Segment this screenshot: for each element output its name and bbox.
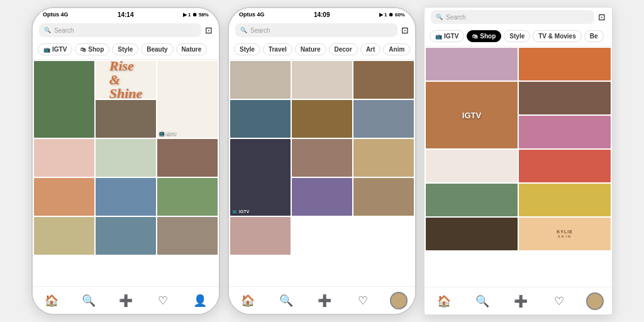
photo-1-2[interactable]: Rise&Shine bbox=[96, 61, 156, 99]
photo-2-7[interactable]: 📺IGTV bbox=[230, 139, 291, 216]
photo-1-13[interactable] bbox=[157, 217, 218, 255]
photo-1-8[interactable] bbox=[34, 178, 94, 216]
photo-3-2[interactable] bbox=[519, 48, 611, 80]
photo-1-9[interactable] bbox=[96, 178, 156, 216]
category-tabs-1: 📺IGTV 🛍Shop Style Beauty Nature bbox=[33, 40, 219, 60]
tab-tvmovies-3[interactable]: TV & Movies bbox=[533, 30, 581, 42]
photo-3-8[interactable] bbox=[519, 184, 611, 216]
category-tabs-2: Style Travel Nature Decor Art Anim bbox=[229, 40, 415, 60]
tab-shop-3[interactable]: 🛍Shop bbox=[467, 30, 501, 42]
nav-home-2[interactable]: 🏠 bbox=[236, 289, 259, 312]
tab-art-2[interactable]: Art bbox=[360, 43, 380, 55]
search-bar-2: 🔍 Search ⊡ bbox=[229, 21, 415, 40]
nav-profile-2[interactable] bbox=[390, 292, 408, 309]
carrier-2: Optus 4G bbox=[239, 11, 265, 18]
nav-search-1[interactable]: 🔍 bbox=[77, 289, 100, 312]
search-placeholder-3: Search bbox=[446, 14, 466, 21]
bottom-nav-1: 🏠 🔍 ➕ ♡ 👤 bbox=[33, 286, 219, 314]
search-bar-1: 🔍 Search ⊡ bbox=[33, 21, 219, 40]
search-placeholder-1: Search bbox=[54, 27, 74, 34]
scan-icon-1[interactable]: ⊡ bbox=[205, 25, 213, 35]
photo-grid-3: IGTV KYLIE SKIN bbox=[425, 47, 612, 252]
tab-beauty-1[interactable]: Beauty bbox=[141, 43, 173, 55]
photo-2-11[interactable] bbox=[353, 178, 414, 216]
photo-3-1[interactable] bbox=[426, 48, 518, 80]
photo-2-8[interactable] bbox=[292, 139, 352, 177]
search-placeholder-2: Search bbox=[250, 27, 270, 34]
photo-2-9[interactable] bbox=[353, 139, 414, 177]
photo-1-12[interactable] bbox=[96, 217, 156, 255]
scan-icon-3[interactable]: ⊡ bbox=[598, 12, 606, 22]
scan-icon-2[interactable]: ⊡ bbox=[401, 25, 409, 35]
photo-2-12[interactable] bbox=[230, 217, 291, 255]
content-area-1: Rise&Shine 📺IGTV bbox=[33, 60, 219, 286]
photo-3-3[interactable] bbox=[519, 82, 611, 114]
nav-home-1[interactable]: 🏠 bbox=[40, 289, 63, 312]
status-bar-2: Optus 4G 14:09 ▶ 1 ⏺ 60% bbox=[229, 8, 415, 21]
tab-igtv-1[interactable]: 📺IGTV bbox=[38, 43, 72, 55]
content-area-3: IGTV KYLIE SKIN bbox=[425, 47, 612, 287]
tab-anim-2[interactable]: Anim bbox=[383, 43, 410, 55]
photo-3-7[interactable] bbox=[426, 184, 518, 216]
nav-like-3[interactable]: ♡ bbox=[548, 290, 570, 313]
nav-profile-3[interactable] bbox=[586, 292, 604, 310]
search-area-2[interactable]: 🔍 Search bbox=[235, 23, 397, 37]
photo-2-5[interactable] bbox=[292, 100, 352, 138]
photo-3-5[interactable] bbox=[426, 150, 518, 182]
photo-1-10[interactable] bbox=[157, 178, 218, 216]
photo-3-kylie[interactable]: KYLIE SKIN bbox=[519, 218, 611, 250]
photo-2-3[interactable] bbox=[353, 61, 414, 99]
nav-like-1[interactable]: ♡ bbox=[152, 289, 174, 312]
photo-1-11[interactable] bbox=[34, 217, 94, 255]
tab-decor-2[interactable]: Decor bbox=[329, 43, 358, 55]
nav-search-2[interactable]: 🔍 bbox=[275, 289, 297, 312]
nav-add-3[interactable]: ➕ bbox=[509, 290, 532, 313]
nav-search-3[interactable]: 🔍 bbox=[471, 290, 494, 313]
photo-3-6[interactable] bbox=[519, 150, 611, 182]
photo-1-5[interactable] bbox=[34, 139, 94, 177]
photo-1-6[interactable] bbox=[96, 139, 156, 177]
photo-2-6[interactable] bbox=[353, 100, 414, 138]
igtv-label-1: 📺IGTV bbox=[159, 131, 176, 136]
category-tabs-3: 📺IGTV 🛍Shop Style TV & Movies Be bbox=[425, 26, 612, 47]
search-area-1[interactable]: 🔍 Search bbox=[39, 23, 201, 37]
battery-1: ▶ 1 ⏺ 58% bbox=[183, 12, 209, 18]
nav-like-2[interactable]: ♡ bbox=[352, 289, 374, 312]
photo-3-9[interactable] bbox=[426, 218, 518, 250]
photo-1-7[interactable] bbox=[157, 139, 218, 177]
igtv-label-2: 📺IGTV bbox=[232, 209, 249, 214]
nav-add-2[interactable]: ➕ bbox=[313, 289, 336, 312]
photo-2-10[interactable] bbox=[292, 178, 352, 216]
photo-2-4[interactable] bbox=[230, 100, 291, 138]
content-area-2: 📺IGTV bbox=[229, 60, 415, 286]
tab-style-1[interactable]: Style bbox=[112, 43, 138, 55]
tab-nature-2[interactable]: Nature bbox=[295, 43, 326, 55]
tab-style-2[interactable]: Style bbox=[234, 43, 260, 55]
bottom-nav-3: 🏠 🔍 ➕ ♡ bbox=[425, 287, 612, 314]
tab-shop-1[interactable]: 🛍Shop bbox=[75, 43, 109, 55]
time-1: 14:14 bbox=[118, 11, 134, 18]
photo-3-4[interactable] bbox=[519, 116, 611, 148]
photo-1-1[interactable] bbox=[34, 61, 94, 138]
photo-2-2[interactable] bbox=[292, 61, 352, 99]
photo-1-3[interactable]: 📺IGTV bbox=[157, 61, 218, 138]
igtv-text-3: IGTV bbox=[462, 111, 481, 120]
phone-1: Optus 4G 14:14 ▶ 1 ⏺ 58% 🔍 Search ⊡ 📺IGT… bbox=[31, 7, 220, 315]
tab-style-3[interactable]: Style bbox=[504, 30, 530, 42]
tab-igtv-3[interactable]: 📺IGTV bbox=[430, 30, 464, 42]
nav-home-3[interactable]: 🏠 bbox=[433, 290, 455, 313]
time-2: 14:09 bbox=[314, 11, 330, 18]
overlay-rise: Rise&Shine bbox=[96, 61, 156, 99]
photo-2-1[interactable] bbox=[230, 61, 291, 99]
search-area-3[interactable]: 🔍 Search bbox=[431, 10, 594, 24]
carrier-1: Optus 4G bbox=[43, 11, 69, 18]
tab-be-3[interactable]: Be bbox=[584, 30, 604, 42]
photo-3-igtv[interactable]: IGTV bbox=[426, 82, 518, 148]
nav-profile-1[interactable]: 👤 bbox=[189, 289, 211, 312]
photo-grid-1: Rise&Shine 📺IGTV bbox=[33, 60, 219, 256]
battery-2: ▶ 1 ⏺ 60% bbox=[379, 12, 405, 18]
tab-nature-1[interactable]: Nature bbox=[176, 43, 208, 55]
tab-travel-2[interactable]: Travel bbox=[263, 43, 292, 55]
photo-1-4[interactable] bbox=[96, 100, 156, 138]
nav-add-1[interactable]: ➕ bbox=[114, 289, 137, 312]
